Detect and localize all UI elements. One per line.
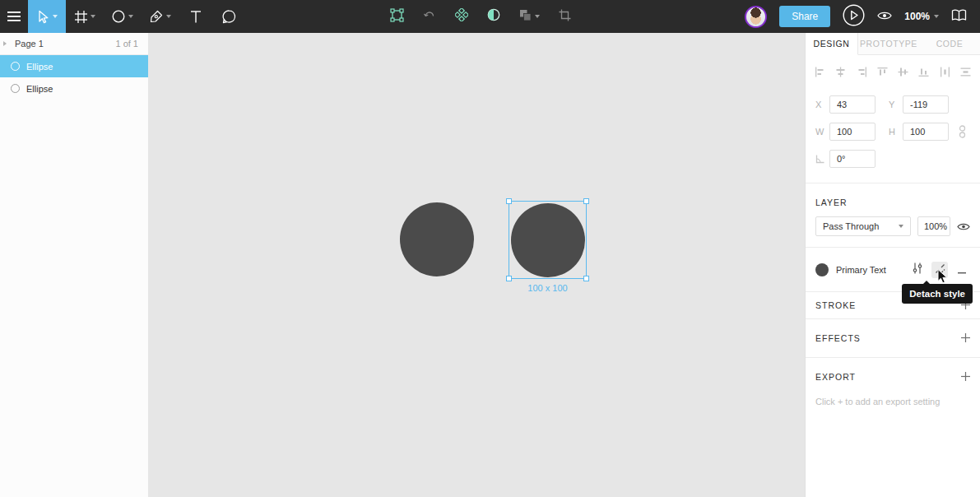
resize-handle-top-left[interactable]	[506, 198, 512, 204]
divider	[806, 247, 980, 248]
plus-icon	[961, 331, 970, 346]
comment-tool-icon	[222, 10, 236, 24]
chevron-down-icon	[166, 15, 171, 18]
align-bottom-icon[interactable]	[918, 67, 929, 77]
height-field[interactable]	[903, 123, 949, 141]
y-field[interactable]	[903, 95, 949, 114]
selection-size-label: 100 x 100	[509, 283, 587, 293]
y-field-label: Y	[889, 100, 899, 109]
ellipse-shape-1[interactable]	[400, 202, 474, 276]
constrain-proportions-icon[interactable]	[959, 125, 966, 138]
resize-handle-bottom-right[interactable]	[583, 276, 589, 281]
tab-code[interactable]: CODE	[919, 33, 980, 54]
selection-bounding-box[interactable]	[509, 201, 587, 279]
opacity-field[interactable]	[917, 216, 950, 236]
comment-tool-button[interactable]	[212, 0, 245, 33]
layer-section-title: LAYER	[806, 183, 980, 216]
resize-handle-top-right[interactable]	[583, 198, 589, 204]
ellipse-layer-icon	[11, 84, 20, 93]
chevron-down-icon	[91, 15, 95, 18]
reset-instance-button[interactable]	[423, 8, 436, 25]
ellipse-tool-icon	[112, 10, 125, 23]
mask-button[interactable]	[487, 8, 500, 25]
tab-design[interactable]: DESIGN	[806, 33, 858, 55]
frame-tool-icon	[75, 11, 87, 23]
align-left-icon[interactable]	[815, 67, 825, 77]
text-tool-button[interactable]	[179, 0, 212, 33]
export-section: EXPORT	[806, 357, 980, 395]
remove-fill-button[interactable]	[954, 262, 970, 278]
page-count: 1 of 1	[115, 39, 138, 49]
layers-panel: Page 1 1 of 1 Ellipse Ellipse	[0, 33, 148, 497]
inspector-tabs: DESIGN PROTOTYPE CODE	[806, 33, 980, 55]
preview-button[interactable]	[877, 9, 892, 24]
component-button[interactable]	[455, 8, 468, 25]
library-button[interactable]	[951, 9, 967, 25]
layer-name: Ellipse	[26, 84, 53, 94]
align-v-center-icon[interactable]	[898, 67, 908, 77]
page-name[interactable]: Page 1	[15, 39, 44, 49]
layer-row-ellipse[interactable]: Ellipse	[0, 77, 148, 100]
minus-icon	[958, 262, 966, 277]
rotation-icon	[815, 154, 825, 164]
align-h-center-icon[interactable]	[835, 67, 846, 77]
rotation-row	[815, 150, 970, 168]
page-expand-chevron-icon[interactable]	[3, 41, 7, 46]
edit-object-button[interactable]	[390, 8, 404, 26]
chevron-down-icon	[934, 15, 939, 18]
crop-button[interactable]	[559, 9, 571, 25]
chevron-down-icon	[899, 225, 903, 228]
chevron-down-icon	[53, 15, 58, 18]
main-menu-button[interactable]	[0, 0, 28, 33]
align-top-icon[interactable]	[877, 67, 888, 77]
canvas[interactable]: 100 x 100	[148, 33, 805, 497]
page-header[interactable]: Page 1 1 of 1	[0, 33, 148, 55]
align-right-icon[interactable]	[857, 67, 867, 77]
frame-tool-button[interactable]	[66, 0, 104, 33]
top-toolbar: Share 100%	[0, 0, 980, 33]
distribute-v-icon[interactable]	[960, 67, 971, 77]
edit-style-button[interactable]	[909, 262, 926, 278]
add-export-button[interactable]	[961, 369, 970, 384]
menu-icon	[7, 12, 21, 21]
play-icon	[843, 4, 865, 30]
position-row: X Y	[815, 95, 970, 114]
mask-icon	[487, 8, 500, 25]
eye-icon	[877, 9, 892, 24]
h-field-label: H	[889, 127, 899, 137]
stroke-section-title: STROKE	[815, 300, 856, 310]
width-field[interactable]	[829, 123, 875, 141]
chevron-down-icon	[535, 15, 540, 18]
boolean-group-icon	[519, 9, 532, 25]
tab-prototype[interactable]: PROTOTYPE	[858, 33, 919, 54]
blend-mode-select[interactable]: Pass Through	[815, 216, 911, 236]
export-section-title: EXPORT	[815, 372, 856, 382]
size-row: W H	[815, 123, 970, 141]
export-hint: Click + to add an export setting	[806, 395, 980, 406]
zoom-dropdown[interactable]: 100%	[904, 11, 939, 22]
ellipse-tool-button[interactable]	[104, 0, 142, 33]
book-icon	[951, 9, 967, 25]
zoom-level: 100%	[904, 11, 930, 22]
share-button[interactable]: Share	[779, 6, 830, 27]
avatar[interactable]	[745, 6, 767, 28]
fill-color-swatch[interactable]	[815, 263, 829, 276]
reset-instance-icon	[423, 8, 436, 25]
pen-tool-button[interactable]	[142, 0, 179, 33]
sliders-icon	[913, 262, 922, 277]
eye-icon	[957, 222, 970, 231]
present-button[interactable]	[843, 4, 865, 30]
x-field[interactable]	[829, 95, 875, 114]
layer-visibility-toggle[interactable]	[957, 222, 970, 231]
add-effect-button[interactable]	[961, 331, 970, 346]
text-tool-icon	[190, 11, 202, 23]
fill-style-name: Primary Text	[836, 265, 886, 275]
effects-section-title: EFFECTS	[815, 333, 861, 343]
move-tool-button[interactable]	[28, 0, 66, 33]
layer-row-ellipse-selected[interactable]: Ellipse	[0, 55, 148, 77]
boolean-group-button[interactable]	[519, 9, 540, 25]
resize-handle-bottom-left[interactable]	[506, 276, 512, 281]
distribute-h-icon[interactable]	[940, 67, 950, 77]
rotation-field[interactable]	[829, 150, 875, 168]
ellipse-layer-icon	[11, 62, 20, 71]
